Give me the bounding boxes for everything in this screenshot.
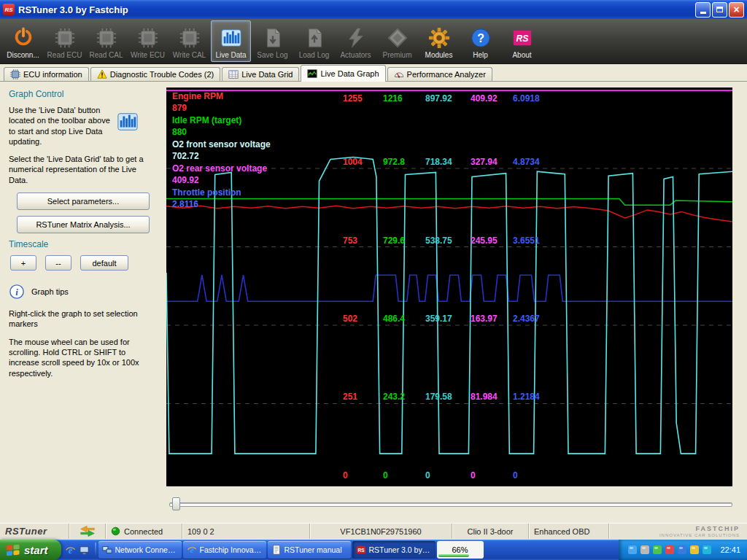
taskbar-button-rstuner-app[interactable]: RSRSTuner 3.0 by Fast...: [352, 541, 436, 559]
graph-tips-title: Graph tips: [31, 287, 69, 296]
toolbar-button-help[interactable]: ?Help: [460, 20, 500, 62]
tray-icon-1[interactable]: [627, 545, 638, 555]
taskbar-button-rstuner-manual[interactable]: RSTuner manual: [268, 541, 351, 559]
ie-icon: e: [187, 545, 197, 555]
help-icon: ?: [470, 27, 492, 49]
quick-launch-ie[interactable]: e: [65, 545, 76, 556]
toolbar-button-read-cal[interactable]: Read CAL: [86, 20, 126, 62]
network-icon: [102, 545, 112, 555]
tab-bar: ECU informationDiagnostic Trouble Codes …: [0, 64, 747, 82]
lightning-icon: [345, 27, 367, 49]
toolbar-button-live-data[interactable]: Live Data: [211, 20, 251, 62]
toolbar-button-modules[interactable]: Modules: [419, 20, 459, 62]
taskbar-button-label: RSTuner manual: [285, 545, 342, 554]
gear-icon: [428, 27, 450, 49]
close-icon: ×: [733, 4, 739, 15]
start-button[interactable]: start: [0, 540, 61, 560]
axis-scale-value: 327.94: [471, 157, 498, 167]
tab-ecu-information[interactable]: ECU information: [4, 67, 89, 81]
axis-scale-value: 538.75: [425, 236, 452, 246]
axis-scale-value: 897.92: [425, 93, 452, 104]
axis-scale-value: 1004: [343, 157, 363, 167]
svg-text:RS: RS: [516, 34, 528, 44]
axis-scale-value: 243.2: [383, 392, 405, 402]
select-parameters-button[interactable]: Select parameters...: [17, 192, 150, 210]
toolbar-button-disconnect[interactable]: Disconn...: [3, 20, 43, 62]
toolbar-button-label: Load Log: [299, 51, 330, 59]
maximize-button[interactable]: [712, 2, 727, 18]
chip-icon: [137, 27, 159, 49]
toolbar: Disconn...Read ECURead CALWrite ECUWrite…: [0, 19, 747, 64]
timescale-zoom-in-button[interactable]: +: [10, 255, 36, 271]
minimize-button[interactable]: [695, 2, 711, 18]
quick-launch-show-desktop[interactable]: [79, 545, 90, 556]
taskbar-button-label: Fastchip Innovative ...: [200, 545, 263, 554]
timescale-title: Timescale: [9, 239, 158, 249]
chip-icon: [96, 27, 117, 49]
svg-text:i: i: [15, 287, 18, 298]
graph-control-panel: Graph Control Use the 'Live Data' button…: [0, 82, 166, 523]
axis-scale-value: 245.95: [471, 236, 498, 246]
taskbar-button-fastchip-browser[interactable]: eFastchip Innovative ...: [183, 541, 266, 559]
toolbar-button-label: Live Data: [215, 51, 246, 59]
scrollbar-track[interactable]: [169, 502, 732, 507]
fastchip-logo-line1: FASTCHIP: [695, 526, 740, 532]
window-title: RSTuner 3.0 by Fastchip: [18, 4, 692, 15]
toolbar-button-read-ecu[interactable]: Read ECU: [44, 20, 85, 62]
close-button[interactable]: ×: [729, 2, 744, 18]
chip-icon: [54, 27, 76, 49]
vehicle-text: Clio II 3-door: [468, 527, 514, 536]
gauge-icon: [394, 69, 404, 79]
tab-label: Live Data Graph: [320, 69, 379, 78]
taskbar-button-network-connections[interactable]: Network Connections: [98, 541, 182, 559]
tray-icon-3[interactable]: [652, 545, 662, 555]
fastchip-logo-line2: INNOVATIVE CAR SOLUTIONS: [659, 533, 740, 537]
quick-launch-bar: e: [61, 540, 93, 560]
titlebar: RS RSTuner 3.0 by Fastchip ×: [0, 0, 747, 19]
toolbar-button-write-ecu[interactable]: Write ECU: [128, 20, 168, 62]
toolbar-button-actuators[interactable]: Actuators: [336, 20, 376, 62]
tab-performance-analyzer[interactable]: Performance Analyzer: [387, 67, 492, 81]
ecu-id-text: 109 0 2: [187, 527, 214, 536]
toolbar-button-label: About: [512, 51, 531, 59]
taskbar-divider: [95, 542, 96, 557]
toolbar-button-about[interactable]: RSAbout: [502, 20, 542, 62]
axis-scale-value: 409.92: [471, 93, 498, 104]
toolbar-button-label: Actuators: [340, 51, 371, 59]
graph-icon: [307, 69, 317, 79]
timescale-default-button[interactable]: default: [80, 255, 128, 271]
battery-meter[interactable]: 66%: [437, 541, 484, 559]
data-transfer-indicator: [69, 524, 106, 539]
scrollbar-thumb[interactable]: [172, 497, 180, 510]
tray-icon-5[interactable]: [677, 545, 687, 555]
axis-scale-value: 3.6551: [513, 236, 540, 246]
tab-live-data-grid[interactable]: Live Data Grid: [222, 67, 299, 81]
toolbar-button-save-log[interactable]: Save Log: [252, 20, 293, 62]
tray-icon-2[interactable]: [640, 545, 650, 555]
axis-scale-value: 972.8: [383, 157, 405, 167]
tray-icon-7[interactable]: [702, 545, 712, 555]
chip-icon: [179, 27, 201, 49]
toolbar-button-write-cal[interactable]: Write CAL: [169, 20, 209, 62]
vin-segment: VF1CB1N0F29751960: [310, 524, 452, 539]
axis-scale-value: 729.6: [383, 236, 405, 246]
toolbar-button-label: Premium: [382, 51, 411, 59]
info-icon: i: [9, 284, 25, 300]
graph-tips-text-1: Right-click the graph to set selection m…: [9, 308, 158, 330]
toolbar-button-load-log[interactable]: Load Log: [294, 20, 334, 62]
graph-scrollbar[interactable]: [169, 497, 732, 510]
tray-icon-6[interactable]: [689, 545, 700, 555]
timescale-zoom-out-button[interactable]: --: [45, 255, 71, 271]
live-data-graph-canvas[interactable]: Engine RPM879Idle RPM (target)880O2 fron…: [166, 88, 732, 486]
connection-status-text: Connected: [124, 527, 163, 536]
axis-scale-value: 1255: [343, 93, 363, 104]
matrix-analysis-button[interactable]: RSTuner Matrix Analysis...: [17, 216, 150, 233]
graph-tips-text-2: The mouse wheel can be used for scrollin…: [9, 337, 158, 378]
tray-icon-4[interactable]: [665, 545, 675, 555]
axis-scale-value: 6.0918: [513, 93, 540, 104]
toolbar-button-premium[interactable]: Premium: [377, 20, 417, 62]
tab-live-data-graph[interactable]: Live Data Graph: [301, 65, 385, 82]
axis-scale-value: 718.34: [425, 157, 452, 167]
grid-icon: [228, 69, 239, 79]
tab-diagnostic-trouble-codes[interactable]: Diagnostic Trouble Codes (2): [90, 67, 220, 81]
